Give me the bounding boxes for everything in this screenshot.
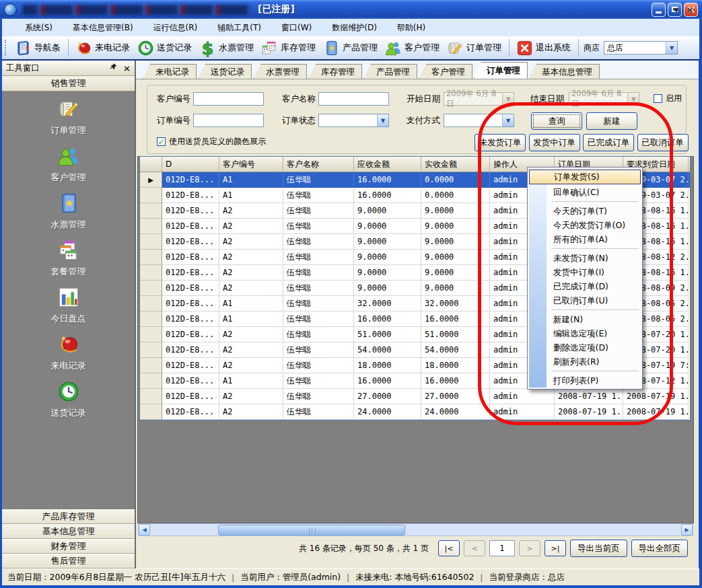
query-button[interactable]: 查询 bbox=[531, 112, 582, 130]
toolbar-button-exit[interactable]: 退出系统 bbox=[513, 38, 575, 59]
context-menu-item-新建(N)[interactable]: 新建(N) bbox=[529, 312, 641, 326]
menubar-item[interactable]: 系统(S) bbox=[25, 22, 52, 34]
context-menu-item-发货中订单(I)[interactable]: 发货中订单(I) bbox=[529, 265, 641, 279]
menubar-item[interactable]: 基本信息管理(B) bbox=[73, 22, 133, 34]
toolbar-button-inventory[interactable]: 库存管理 bbox=[258, 38, 320, 59]
sidebar-section-sales[interactable]: 销售管理 bbox=[2, 76, 135, 91]
prev-page-button[interactable]: < bbox=[464, 540, 485, 556]
tab-水票管理[interactable]: 水票管理 bbox=[253, 64, 307, 79]
tab-基本信息管理[interactable]: 基本信息管理 bbox=[529, 64, 600, 79]
table-row[interactable]: 012D-E8...A2伍华聪24.000024.0000admin2008-0… bbox=[140, 404, 690, 420]
status-filter-button-已取消订单[interactable]: 已取消订单 bbox=[637, 134, 689, 151]
horizontal-scrollbar[interactable]: ◀ ▶ bbox=[138, 523, 693, 536]
column-header-customer_name[interactable]: 客户名称 bbox=[283, 157, 354, 172]
sidebar-item-订单管理[interactable]: 订单管理 bbox=[2, 97, 135, 137]
column-header-receivable[interactable]: 应收金额 bbox=[354, 157, 421, 172]
status-filter-button-未发货订单[interactable]: 未发货订单 bbox=[475, 134, 526, 151]
sidebar-item-水票管理[interactable]: 水票管理 bbox=[2, 191, 135, 231]
context-menu-item-打印列表(P)[interactable]: 打印列表(P) bbox=[529, 373, 641, 388]
context-menu-item-未发货订单(N)[interactable]: 未发货订单(N) bbox=[529, 251, 641, 265]
customer-no-input[interactable] bbox=[193, 92, 264, 106]
row-header-cell[interactable] bbox=[140, 250, 162, 265]
status-filter-button-已完成订单[interactable]: 已完成订单 bbox=[583, 134, 634, 151]
row-header-cell[interactable] bbox=[140, 327, 162, 342]
status-filter-button-发货中订单[interactable]: 发货中订单 bbox=[529, 134, 580, 151]
end-date-picker[interactable]: 2009年 6月 8日 ▼ bbox=[569, 92, 639, 106]
sidebar-item-今日盘点[interactable]: 今日盘点 bbox=[2, 285, 135, 325]
export-current-page-button[interactable]: 导出当前页 bbox=[570, 540, 627, 557]
toolbar-button-dollar[interactable]: $水票管理 bbox=[196, 38, 258, 59]
table-row[interactable]: 012D-E8...A2伍华聪27.000027.0000admin2008-0… bbox=[140, 389, 690, 404]
menubar-item[interactable]: 窗口(W) bbox=[281, 22, 312, 34]
order-status-combobox[interactable]: ▼ bbox=[318, 114, 389, 127]
row-header-cell[interactable] bbox=[140, 358, 162, 373]
row-header-cell[interactable] bbox=[140, 342, 162, 358]
close-panel-icon[interactable]: × bbox=[123, 64, 131, 73]
row-header-cell[interactable] bbox=[140, 281, 162, 296]
context-menu-item-回单确认(C)[interactable]: 回单确认(C) bbox=[529, 185, 641, 199]
row-header-cell[interactable] bbox=[140, 373, 162, 389]
row-header-cell[interactable] bbox=[140, 265, 162, 281]
menubar-item[interactable]: 数据维护(D) bbox=[332, 22, 377, 34]
next-page-button[interactable]: > bbox=[519, 540, 540, 556]
context-menu-item-今天的订单(T)[interactable]: 今天的订单(T) bbox=[529, 204, 641, 218]
row-header-cell[interactable] bbox=[140, 203, 162, 219]
tab-list-dropdown-icon[interactable]: ▼ bbox=[674, 7, 678, 13]
sidebar-section-售后管理[interactable]: 售后管理 bbox=[2, 554, 135, 568]
sidebar-item-来电记录[interactable]: 来电记录 bbox=[2, 332, 135, 372]
row-header-cell[interactable] bbox=[140, 219, 162, 234]
page-number-input[interactable] bbox=[489, 540, 515, 556]
toolbar-button-navigator[interactable]: 导航条 bbox=[11, 38, 65, 59]
toolbar-button-order[interactable]: 订单管理 bbox=[444, 38, 505, 59]
start-date-picker[interactable]: 2009年 6月 8日 ▼ bbox=[444, 92, 514, 106]
chevron-down-icon[interactable]: ▼ bbox=[627, 93, 639, 105]
context-menu-item-订单发货(S)[interactable]: 订单发货(S) bbox=[529, 170, 641, 184]
sidebar-item-送货记录[interactable]: 送货记录 bbox=[2, 379, 135, 419]
tab-来电记录[interactable]: 来电记录 bbox=[143, 64, 197, 79]
sidebar-section-财务管理[interactable]: 财务管理 bbox=[2, 539, 135, 554]
customer-name-input[interactable] bbox=[318, 92, 389, 106]
menubar-item[interactable]: 辅助工具(T) bbox=[217, 22, 261, 34]
tab-订单管理[interactable]: 订单管理 bbox=[474, 62, 528, 79]
toolbar-button-product[interactable]: 产品管理 bbox=[320, 38, 382, 59]
context-menu-item-所有的订单(A)[interactable]: 所有的订单(A) bbox=[529, 232, 641, 246]
tab-库存管理[interactable]: 库存管理 bbox=[308, 64, 362, 79]
scroll-left-icon[interactable]: ◀ bbox=[139, 524, 150, 536]
sidebar-section-产品库存管理[interactable]: 产品库存管理 bbox=[2, 509, 135, 524]
chevron-down-icon[interactable]: ▼ bbox=[666, 42, 677, 54]
chevron-down-icon[interactable]: ▼ bbox=[377, 114, 388, 126]
tab-产品管理[interactable]: 产品管理 bbox=[363, 64, 417, 79]
context-menu-item-今天的发货订单(O)[interactable]: 今天的发货订单(O) bbox=[529, 218, 641, 232]
context-menu-item-已取消订单(U)[interactable]: 已取消订单(U) bbox=[529, 293, 641, 307]
row-header-cell[interactable] bbox=[140, 389, 162, 404]
pin-icon[interactable] bbox=[109, 63, 118, 73]
scrollbar-thumb[interactable] bbox=[218, 525, 405, 536]
sidebar-section-基本信息管理[interactable]: 基本信息管理 bbox=[2, 524, 135, 539]
column-header-received[interactable]: 实收金额 bbox=[421, 157, 490, 172]
context-menu-item-编辑选定项(E)[interactable]: 编辑选定项(E) bbox=[529, 326, 641, 340]
scroll-right-icon[interactable]: ▶ bbox=[681, 524, 693, 536]
row-header-cell[interactable] bbox=[140, 404, 162, 420]
last-page-button[interactable]: >| bbox=[545, 540, 566, 556]
menubar-item[interactable]: 帮助(H) bbox=[397, 22, 425, 34]
pay-method-combobox[interactable]: ▼ bbox=[444, 114, 514, 127]
row-header-cell[interactable] bbox=[140, 234, 162, 250]
row-header-cell[interactable] bbox=[140, 188, 162, 203]
context-menu-item-刷新列表(R)[interactable]: 刷新列表(R) bbox=[529, 355, 641, 369]
toolbar-button-customers[interactable]: 客户管理 bbox=[382, 38, 444, 59]
enable-checkbox[interactable] bbox=[654, 94, 662, 103]
tab-close-icon[interactable]: × bbox=[687, 5, 694, 15]
column-header-id[interactable]: D bbox=[162, 157, 219, 172]
row-header-cell[interactable] bbox=[140, 296, 162, 311]
sidebar-item-客户管理[interactable]: 客户管理 bbox=[2, 144, 135, 184]
context-menu-item-已完成订单(D)[interactable]: 已完成订单(D) bbox=[529, 279, 641, 293]
chevron-down-icon[interactable]: ▼ bbox=[502, 93, 514, 105]
toolbar-button-bell[interactable]: 来电记录 bbox=[72, 38, 134, 59]
tab-送货记录[interactable]: 送货记录 bbox=[198, 64, 252, 79]
tab-客户管理[interactable]: 客户管理 bbox=[419, 64, 472, 79]
toolbar-grip[interactable] bbox=[5, 40, 9, 56]
color-display-checkbox[interactable]: ✓ bbox=[157, 137, 166, 146]
sidebar-item-套餐管理[interactable]: 套餐管理 bbox=[2, 238, 135, 278]
export-all-pages-button[interactable]: 导出全部页 bbox=[631, 540, 689, 557]
minimize-button[interactable] bbox=[652, 3, 666, 17]
